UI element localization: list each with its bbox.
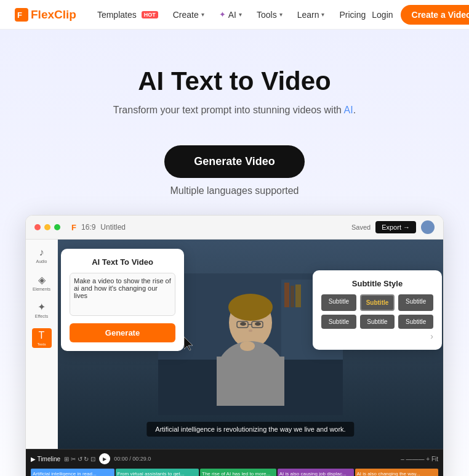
mockup-main: ♪ Audio ◈ Elements ✦ Effects T Texts [26,240,443,449]
clip-2: From virtual assistants to get... [116,469,199,476]
dot-green [54,224,60,230]
nav-ai[interactable]: ✦ AI ▾ [213,6,248,23]
logo-text: FlexClip [31,8,76,22]
clip-4: AI is also causing job displac... [278,469,354,476]
hero-section: AI Text to Video Transform your text pro… [0,30,469,476]
hero-subtitle: Transform your text prompt into stunning… [25,105,444,116]
nav-pricing[interactable]: Pricing [333,6,372,23]
ai-panel-title: AI Text To Video [70,257,175,267]
svg-point-15 [249,329,252,332]
dot-red [34,224,41,230]
svg-rect-5 [284,283,289,307]
nav-create[interactable]: Create ▾ [167,6,210,23]
svg-point-11 [255,322,261,326]
cursor-icon [184,337,196,354]
timeline-icons: ⊞ ✂ ↺ ↻ ⊡ [64,456,95,462]
mockup-titlebar: F 16:9 Untitled Saved Export → [26,216,443,240]
mockup-sidebar: ♪ Audio ◈ Elements ✦ Effects T Texts [26,240,58,449]
timeline-controls: ▶ Timeline ⊞ ✂ ↺ ↻ ⊡ ▶ 00:00 / 00:29.0 –… [31,453,438,464]
sidebar-elements-icon[interactable]: ◈ Elements [33,274,50,291]
svg-rect-17 [217,357,284,406]
subtitle-style-panel: Subtitle Style Subtitle Subtitle Subtitl… [313,270,442,350]
nav-right: Login Create a Video [372,5,469,25]
ai-panel-textarea[interactable]: Make a video to show the rise of ai and … [70,273,175,316]
titlebar-right: Saved Export → [351,220,435,234]
hot-badge: HOT [142,11,158,18]
svg-rect-6 [291,286,294,307]
subtitle-style-grid: Subtitle Subtitle Subtitle Subtitle Subt… [321,294,433,329]
ai-text-panel: AI Text To Video Make a video to show th… [61,249,184,351]
clip-5: AI is also changing the way... [355,469,439,476]
zoom-controls: – ——— + Fit [401,456,438,462]
nav-items: Templates HOT Create ▾ ✦ AI ▾ Tools ▾ Le… [91,6,372,23]
svg-point-9 [228,294,273,321]
subtitle-style-2[interactable]: Subtitle [360,294,395,311]
play-button[interactable]: ▶ [99,453,110,464]
svg-rect-7 [295,284,301,307]
subtitle-next-arrow[interactable]: › [321,331,433,341]
title-display: Untitled [100,223,126,232]
app-mockup: F 16:9 Untitled Saved Export → ♪ Audio [25,215,444,476]
clip-1: Artificial intelligence in read... [31,469,114,476]
hero-ai-text: AI [344,105,353,115]
ratio-display: 16:9 [81,223,95,232]
caption-clips-row: Artificial intelligence in read... From … [31,468,438,476]
f-logo-small: F [71,223,76,232]
create-chevron: ▾ [201,11,204,18]
sidebar-text-icon[interactable]: T Texts [32,328,52,348]
saved-indicator: Saved [351,224,371,231]
logo[interactable]: F FlexClip [15,8,76,22]
subtitle-style-4[interactable]: Subtitle [321,315,356,329]
time-display: 00:00 / 00:29.0 [114,456,151,462]
subtitle-panel-title: Subtitle Style [321,279,433,288]
subtitle-style-1[interactable]: Subtitle [321,294,356,311]
generate-video-button[interactable]: Generate Video [164,145,305,178]
login-button[interactable]: Login [372,10,393,20]
timeline-label: ▶ Timeline [31,456,60,462]
sidebar-effects-icon[interactable]: ✦ Effects [33,301,50,318]
svg-marker-19 [184,337,193,350]
mockup-window: F 16:9 Untitled Saved Export → ♪ Audio [25,215,444,476]
nav-tools[interactable]: Tools ▾ [251,6,289,23]
titlebar-info: F 16:9 Untitled [71,223,126,232]
svg-text:F: F [17,10,22,20]
subtitle-style-3[interactable]: Subtitle [398,294,433,311]
avatar [421,220,435,234]
clip-3: The rise of AI has led to more... [200,469,276,476]
export-button[interactable]: Export → [375,221,416,233]
hero-title: AI Text to Video [25,67,444,96]
create-video-button[interactable]: Create a Video [401,5,469,25]
logo-icon: F [15,8,28,22]
sidebar-audio-icon[interactable]: ♪ Audio [33,247,50,264]
dot-yellow [44,224,50,230]
ai-generate-button[interactable]: Generate [70,323,175,342]
subtitle-style-5[interactable]: Subtitle [360,315,395,329]
navbar: F FlexClip Templates HOT Create ▾ ✦ AI ▾… [0,0,469,30]
nav-templates[interactable]: Templates HOT [91,6,164,23]
nav-learn[interactable]: Learn ▾ [291,6,331,23]
mockup-timeline: ▶ Timeline ⊞ ✂ ↺ ↻ ⊡ ▶ 00:00 / 00:29.0 –… [26,449,443,476]
learn-chevron: ▾ [321,11,324,18]
supported-languages-text: Multiple languages supported [25,185,444,196]
mockup-video-area: Artificial intelligence is revolutionizi… [58,240,443,449]
svg-point-10 [240,322,246,326]
ai-chevron: ▾ [239,11,242,18]
video-caption: Artificial intelligence is revolutionizi… [146,422,354,437]
svg-point-18 [240,341,255,351]
tools-chevron: ▾ [279,11,283,18]
ai-star-icon: ✦ [219,10,226,19]
subtitle-style-6[interactable]: Subtitle [398,315,433,329]
